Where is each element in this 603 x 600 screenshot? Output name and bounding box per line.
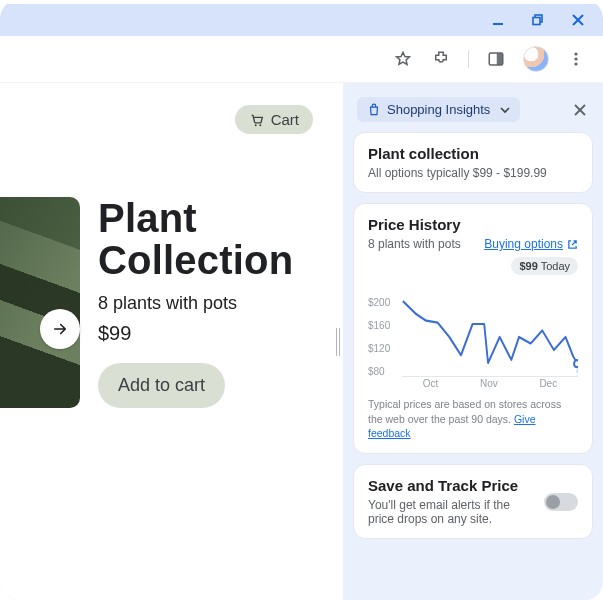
panel-selector-chip[interactable]: Shopping Insights <box>357 97 520 122</box>
product-subtitle: 8 plants with pots <box>98 293 293 314</box>
caret-down-icon <box>500 105 510 115</box>
buying-options-link[interactable]: Buying options <box>484 237 578 251</box>
external-link-icon <box>567 239 578 250</box>
cart-button[interactable]: Cart <box>235 105 313 134</box>
today-price-pill: $99 Today <box>511 257 578 275</box>
bookmark-star-icon[interactable] <box>392 48 414 70</box>
chart-y-axis: $200 $160 $120 $80 <box>368 297 390 377</box>
cart-label: Cart <box>271 111 299 128</box>
close-icon <box>574 104 586 116</box>
window-restore-icon[interactable] <box>531 13 545 27</box>
next-image-button[interactable] <box>40 309 80 349</box>
browser-toolbar <box>0 36 603 83</box>
chart-baseline <box>402 376 578 377</box>
track-price-card: Save and Track Price You'll get email al… <box>353 464 593 539</box>
summary-range: All options typically $99 - $199.99 <box>368 166 578 180</box>
product-image <box>0 197 80 408</box>
track-price-toggle[interactable] <box>544 493 578 511</box>
arrow-right-icon <box>51 320 69 338</box>
cart-icon <box>249 112 265 128</box>
product-page: Cart Plant Collection 8 plants with pots… <box>0 83 333 600</box>
svg-rect-2 <box>533 18 540 25</box>
svg-point-11 <box>259 124 261 126</box>
svg-point-9 <box>574 62 577 65</box>
history-subtitle: 8 plants with pots <box>368 237 461 251</box>
product-title: Plant Collection <box>98 197 293 281</box>
chart-footnote: Typical prices are based on stores acros… <box>368 397 578 441</box>
svg-point-8 <box>574 57 577 60</box>
chart-x-axis: Oct Nov Dec <box>402 378 578 389</box>
window-close-icon[interactable] <box>571 13 585 27</box>
profile-avatar[interactable] <box>523 46 549 72</box>
window-minimize-icon[interactable] <box>491 13 505 27</box>
side-panel-icon[interactable] <box>485 48 507 70</box>
panel-close-button[interactable] <box>571 101 589 119</box>
svg-point-10 <box>254 124 256 126</box>
svg-rect-6 <box>497 53 503 65</box>
summary-card: Plant collection All options typically $… <box>353 132 593 193</box>
summary-title: Plant collection <box>368 145 578 162</box>
panel-selector-label: Shopping Insights <box>387 102 490 117</box>
product-info: Plant Collection 8 plants with pots $99 … <box>98 197 293 408</box>
track-title: Save and Track Price <box>368 477 536 494</box>
panel-resize-handle[interactable] <box>333 83 343 600</box>
window-titlebar <box>0 4 603 36</box>
shopping-insights-panel: Shopping Insights Plant collection All o… <box>343 83 603 600</box>
history-title: Price History <box>368 216 578 233</box>
add-to-cart-button[interactable]: Add to cart <box>98 363 225 408</box>
price-history-card: Price History 8 plants with pots Buying … <box>353 203 593 454</box>
shopping-bag-icon <box>367 103 381 117</box>
track-subtitle: You'll get email alerts if the price dro… <box>368 498 536 526</box>
extensions-icon[interactable] <box>430 48 452 70</box>
svg-point-15 <box>574 360 578 367</box>
svg-point-7 <box>574 52 577 55</box>
product-price: $99 <box>98 322 293 345</box>
toolbar-divider <box>468 50 469 68</box>
kebab-menu-icon[interactable] <box>565 48 587 70</box>
price-history-chart: $200 $160 $120 $80 Oct Nov Dec <box>368 297 578 389</box>
